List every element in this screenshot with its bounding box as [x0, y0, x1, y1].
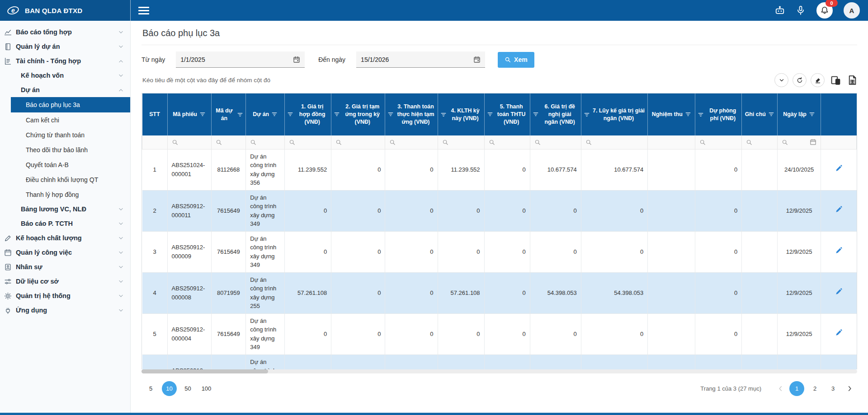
view-button[interactable]: Xem: [498, 52, 534, 68]
menu-toggle-button[interactable]: [138, 7, 149, 14]
filter-icon[interactable]: [768, 111, 774, 117]
table-row[interactable]: 6ABS250912-0000037615649Dự án công trình…: [142, 354, 857, 369]
to-date-input[interactable]: [361, 56, 473, 63]
page-button-3[interactable]: 3: [826, 381, 840, 396]
filter-cell[interactable]: [167, 135, 211, 149]
filter-cell[interactable]: [742, 135, 778, 149]
search-icon[interactable]: [782, 139, 788, 145]
filter-cell[interactable]: [484, 135, 530, 149]
from-date-input[interactable]: [180, 56, 293, 63]
column-header-ghi-ch[interactable]: Ghi chú: [742, 93, 778, 135]
page-size-option-50[interactable]: 50: [180, 381, 195, 396]
column-chooser-icon[interactable]: [830, 75, 841, 85]
page-size-option-10[interactable]: 10: [162, 381, 177, 396]
filter-icon[interactable]: [237, 112, 243, 118]
filter-cell[interactable]: [438, 135, 484, 149]
prev-page-button[interactable]: [774, 383, 786, 395]
search-icon[interactable]: [746, 139, 752, 145]
table-row[interactable]: 1ABS251024-0000018112668Dự án công trình…: [142, 149, 857, 190]
column-header-m-d-n[interactable]: Mã dự án: [211, 93, 246, 135]
filter-cell[interactable]: [331, 135, 385, 149]
sidebar-item--ng-d-ng[interactable]: Ứng dụng: [0, 303, 130, 317]
sidebar-item-d-n[interactable]: Dự án: [0, 83, 130, 97]
sidebar-item-b-o-c-o-t-ng-h-p[interactable]: Báo cáo tổng hợp: [0, 25, 130, 39]
avatar[interactable]: A: [844, 2, 860, 19]
filter-icon[interactable]: [685, 111, 691, 117]
collapse-button[interactable]: [774, 73, 788, 87]
sidebar-item-k-ho-ch-ch-t-l-ng[interactable]: Kế hoạch chất lượng: [0, 231, 130, 245]
column-header-7-l-y-k-gi-tr-gi-i-ng-n-vn[interactable]: 7. Lũy kế giá trị giải ngân (VNĐ): [581, 93, 647, 135]
column-header-d-ph-ng-ph-vn[interactable]: Dự phòng phí (VNĐ): [695, 93, 742, 135]
clear-filter-button[interactable]: [811, 73, 825, 87]
column-header-nghi-m-thu[interactable]: Nghiệm thu: [648, 93, 695, 135]
calendar-icon[interactable]: [473, 56, 481, 63]
filter-icon[interactable]: [440, 112, 447, 118]
filter-icon[interactable]: [487, 111, 493, 117]
filter-icon[interactable]: [199, 111, 206, 117]
search-icon[interactable]: [442, 139, 448, 145]
search-icon[interactable]: [216, 139, 222, 145]
sidebar-item-t-i-ch-nh-t-ng-h-p[interactable]: Tài chính - Tổng hợp: [0, 54, 130, 68]
edit-button[interactable]: [835, 247, 843, 255]
export-icon[interactable]: [847, 75, 857, 85]
sidebar-item-nh-n-s-[interactable]: Nhân sự: [0, 260, 130, 274]
search-icon[interactable]: [534, 139, 541, 145]
horizontal-scrollbar[interactable]: [142, 369, 857, 373]
notifications-button[interactable]: 0: [816, 2, 833, 19]
search-icon[interactable]: [250, 139, 256, 145]
column-header-ng-y-l-p[interactable]: Ngày lập: [778, 93, 821, 135]
sidebar-item-thanh-l-h-p-ng[interactable]: Thanh lý hợp đồng: [0, 187, 130, 202]
sidebar-item-k-ho-ch-v-n[interactable]: Kế hoạch vốn: [0, 68, 130, 83]
sidebar-item-b-o-c-o-ph-l-c-3a[interactable]: Báo cáo phụ lục 3a: [11, 97, 130, 112]
sidebar-item-cam-k-t-chi[interactable]: Cam kết chi: [0, 112, 130, 127]
search-icon[interactable]: [699, 139, 706, 145]
sidebar-item-d-li-u-c-s-[interactable]: Dữ liệu cơ sở: [0, 274, 130, 289]
filter-cell[interactable]: [246, 135, 285, 149]
column-header-2-gi-tr-t-m-ng-trong-k-vn[interactable]: 2. Giá trị tạm ứng trong kỳ (VNĐ): [331, 93, 385, 135]
filter-cell[interactable]: [211, 135, 246, 149]
calendar-icon[interactable]: [293, 56, 300, 63]
sidebar-item-qu-n-l-c-ng-vi-c[interactable]: Quản lý công việc: [0, 245, 130, 260]
sidebar-item--i-u-ch-nh-kh-i-l-ng-qt[interactable]: Điều chỉnh khối lượng QT: [0, 172, 130, 187]
filter-icon[interactable]: [387, 111, 394, 117]
table-row[interactable]: 2ABS250912-0000117615649Dự án công trình…: [142, 190, 857, 231]
filter-cell[interactable]: [581, 135, 647, 149]
filter-icon[interactable]: [287, 111, 293, 117]
column-header-d-n[interactable]: Dự án: [246, 93, 285, 135]
robot-icon[interactable]: [775, 5, 785, 15]
filter-cell[interactable]: [530, 135, 581, 149]
from-date-field[interactable]: [176, 51, 305, 68]
table-row[interactable]: 4ABS250912-0000088071959Dự án công trình…: [142, 272, 857, 313]
search-icon[interactable]: [172, 139, 178, 145]
edit-button[interactable]: [835, 164, 843, 173]
search-icon[interactable]: [389, 139, 396, 145]
sidebar-item-ch-ng-t-thanh-to-n[interactable]: Chứng từ thanh toán: [0, 127, 130, 142]
scrollbar-thumb[interactable]: [142, 369, 268, 373]
sidebar-item-b-o-c-o-p-tcth[interactable]: Báo cáo P. TCTH: [0, 216, 130, 231]
sidebar-item-qu-n-tr-h-th-ng[interactable]: Quản trị hệ thống: [0, 289, 130, 303]
column-header-1-gi-tr-h-p-ng-vn[interactable]: 1. Giá trị hợp đồng (VNĐ): [285, 93, 331, 135]
mic-icon[interactable]: [796, 5, 806, 15]
filter-icon[interactable]: [698, 112, 704, 118]
column-header-4-klth-k-n-y-vn[interactable]: 4. KLTH kỳ này (VNĐ): [438, 93, 484, 135]
page-size-option-100[interactable]: 100: [199, 381, 214, 396]
column-header-6-gi-tr-ngh-gi-i-ng-n-vn[interactable]: 6. Giá trị đề nghị giải ngân (VNĐ): [530, 93, 581, 135]
edit-button[interactable]: [835, 288, 843, 296]
sidebar-item-theo-d-i-th-b-o-l-nh[interactable]: Theo dõi thư bảo lãnh: [0, 142, 130, 157]
page-size-option-5[interactable]: 5: [143, 381, 158, 396]
filter-icon[interactable]: [584, 112, 590, 118]
edit-button[interactable]: [835, 205, 843, 214]
filter-cell[interactable]: [385, 135, 438, 149]
filter-cell[interactable]: [285, 135, 331, 149]
edit-button[interactable]: [835, 329, 843, 337]
sidebar-item-quy-t-to-n-a-b[interactable]: Quyết toán A-B: [0, 157, 130, 172]
column-header-5-thanh-to-n-thtu-vn[interactable]: 5. Thanh toán THTU (VNĐ): [484, 93, 530, 135]
next-page-button[interactable]: [844, 383, 855, 395]
column-header-m-phi-u[interactable]: Mã phiếu: [167, 93, 211, 135]
filter-icon[interactable]: [271, 111, 278, 117]
filter-icon[interactable]: [533, 111, 539, 117]
search-icon[interactable]: [585, 139, 592, 145]
filter-cell[interactable]: [778, 135, 821, 149]
page-button-2[interactable]: 2: [807, 381, 822, 396]
refresh-button[interactable]: [793, 73, 807, 87]
